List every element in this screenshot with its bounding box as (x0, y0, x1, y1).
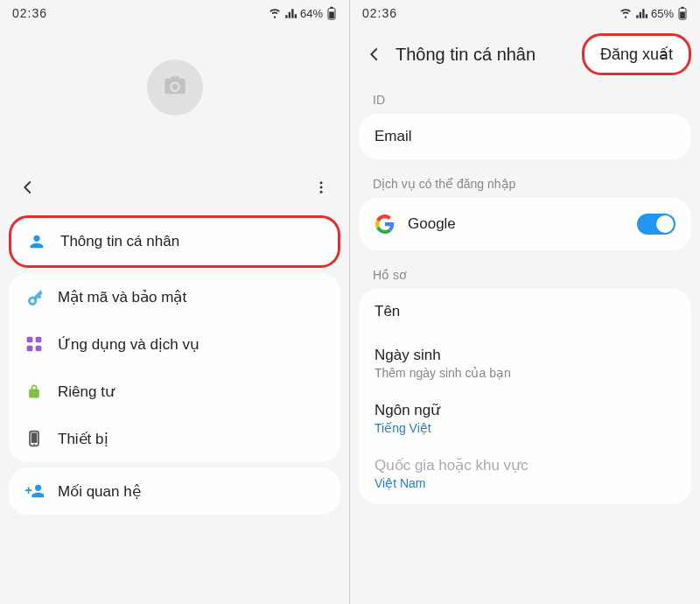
name-label: Tên (374, 303, 676, 320)
menu-label: Ứng dụng và dịch vụ (58, 335, 200, 354)
add-person-icon (24, 481, 44, 501)
menu-label: Riêng tư (58, 383, 115, 401)
signal-icon (284, 7, 297, 19)
right-screen: 02:36 65% Thông tin cá nhân Đăng xuất ID (350, 0, 700, 604)
svg-rect-2 (329, 11, 334, 18)
battery-text: 64% (300, 7, 323, 20)
svg-rect-1 (330, 7, 332, 9)
menu-personal-info[interactable]: Thông tin cá nhân (11, 218, 338, 265)
menu-label: Mật mã và bảo mật (58, 288, 186, 306)
status-icons: 64% (269, 6, 337, 20)
status-bar: 02:36 65% (350, 0, 700, 25)
svg-rect-8 (27, 346, 33, 352)
menu-group-relationship: Mối quan hệ (9, 467, 340, 515)
status-bar: 02:36 64% (0, 0, 349, 25)
left-screen: 02:36 64% (0, 0, 350, 604)
menu-password-security[interactable]: Mật mã và bảo mật (9, 273, 340, 320)
svg-point-3 (320, 181, 323, 184)
device-icon (24, 429, 44, 448)
clock: 02:36 (362, 6, 397, 20)
services-card: Google (359, 198, 691, 250)
birthday-hint: Thêm ngày sinh của bạn (374, 366, 676, 380)
wifi-icon (269, 7, 281, 19)
region-value: Việt Nam (374, 476, 676, 490)
nav-bar (0, 168, 349, 210)
camera-icon (163, 74, 187, 102)
header: Thông tin cá nhân Đăng xuất (350, 25, 700, 81)
language-value: Tiếng Việt (374, 421, 676, 435)
svg-point-5 (320, 191, 323, 193)
wifi-icon (620, 7, 632, 19)
section-id: ID (350, 81, 700, 112)
status-icons: 65% (620, 6, 688, 20)
lock-icon (24, 382, 44, 401)
menu-device[interactable]: Thiết bị (9, 415, 340, 462)
avatar-area[interactable] (0, 25, 349, 168)
apps-icon (24, 334, 44, 354)
avatar-placeholder[interactable] (147, 60, 203, 116)
section-profile: Hồ sơ (350, 256, 700, 287)
page-title: Thông tin cá nhân (396, 45, 573, 65)
svg-point-12 (33, 444, 35, 446)
clock: 02:36 (12, 6, 47, 20)
svg-rect-9 (36, 346, 42, 352)
menu-personal-info-card: Thông tin cá nhân (9, 215, 340, 268)
region-label: Quốc gia hoặc khu vực (374, 456, 676, 474)
logout-button[interactable]: Đăng xuất (582, 33, 691, 75)
language-label: Ngôn ngữ (374, 401, 676, 419)
logout-label: Đăng xuất (600, 46, 673, 63)
google-icon (374, 214, 396, 235)
google-label: Google (408, 215, 456, 233)
menu-label: Mối quan hệ (58, 482, 141, 501)
signal-icon (635, 7, 648, 19)
profile-card: Tên Ngày sinh Thêm ngày sinh của bạn Ngô… (359, 289, 691, 504)
menu-list: Thông tin cá nhân Mật mã và bảo mật Ứng … (0, 210, 349, 604)
email-row[interactable]: Email (359, 117, 691, 156)
menu-privacy[interactable]: Riêng tư (9, 368, 340, 415)
key-icon (24, 287, 44, 306)
svg-rect-6 (27, 337, 33, 343)
battery-icon (677, 6, 688, 20)
menu-label: Thông tin cá nhân (60, 233, 179, 250)
svg-rect-14 (681, 7, 683, 9)
battery-icon (326, 6, 337, 20)
birthday-label: Ngày sinh (374, 347, 676, 364)
person-icon (27, 232, 46, 251)
more-button[interactable] (309, 175, 333, 200)
id-card: Email (359, 114, 691, 159)
menu-group-settings: Mật mã và bảo mật Ứng dụng và dịch vụ Ri… (9, 273, 340, 462)
menu-label: Thiết bị (58, 430, 108, 448)
menu-apps-services[interactable]: Ứng dụng và dịch vụ (9, 320, 340, 368)
region-row[interactable]: Quốc gia hoặc khu vực Việt Nam (359, 446, 691, 501)
profile-content: ID Email Dịch vụ có thể đăng nhập Google… (350, 81, 700, 604)
birthday-row[interactable]: Ngày sinh Thêm ngày sinh của bạn (359, 331, 691, 390)
google-toggle[interactable] (637, 214, 676, 235)
svg-point-4 (320, 186, 323, 189)
back-button[interactable] (16, 175, 40, 200)
email-label: Email (374, 128, 676, 145)
svg-rect-11 (32, 432, 38, 443)
back-button[interactable] (362, 42, 387, 67)
google-row[interactable]: Google (359, 201, 691, 247)
language-row[interactable]: Ngôn ngữ Tiếng Việt (359, 390, 691, 446)
menu-relationship[interactable]: Mối quan hệ (9, 467, 340, 515)
svg-rect-15 (680, 11, 685, 18)
svg-rect-7 (36, 337, 42, 343)
name-row[interactable]: Tên (359, 292, 691, 331)
section-services: Dịch vụ có thể đăng nhập (350, 165, 700, 196)
battery-text: 65% (651, 7, 674, 20)
